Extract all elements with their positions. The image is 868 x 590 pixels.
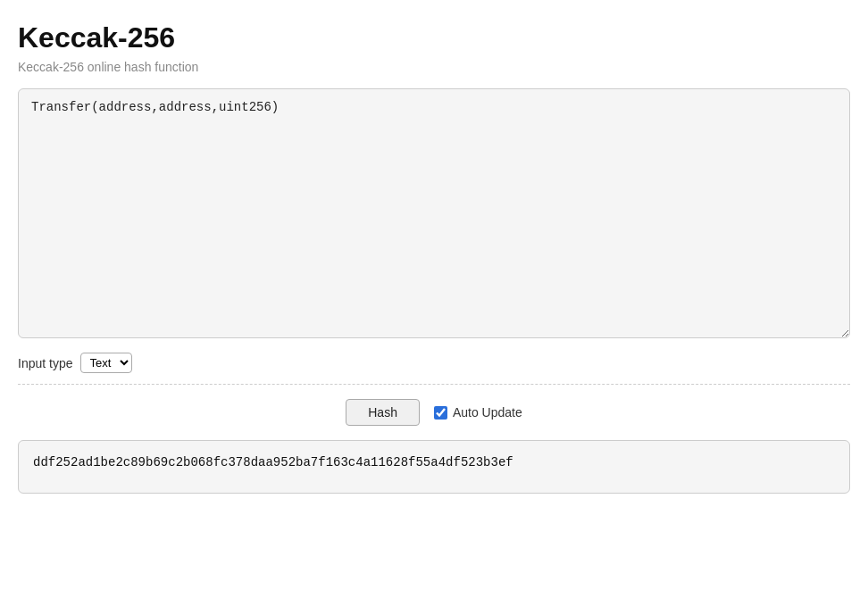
page-title: Keccak-256 [18, 21, 850, 54]
page-subtitle: Keccak-256 online hash function [18, 60, 850, 74]
hash-button[interactable]: Hash [346, 399, 420, 426]
section-divider [18, 384, 850, 385]
hash-controls-row: Hash Auto Update [18, 399, 850, 426]
input-type-row: Input type Text Hex [18, 353, 850, 384]
input-type-select[interactable]: Text Hex [80, 353, 132, 373]
auto-update-label[interactable]: Auto Update [434, 405, 522, 420]
output-text: ddf252ad1be2c89b69c2b068fc378daa952ba7f1… [33, 455, 513, 470]
auto-update-text: Auto Update [453, 405, 522, 420]
auto-update-checkbox[interactable] [434, 406, 447, 420]
input-type-label: Input type [18, 356, 73, 370]
input-textarea[interactable] [18, 88, 850, 338]
output-box: ddf252ad1be2c89b69c2b068fc378daa952ba7f1… [18, 440, 850, 494]
